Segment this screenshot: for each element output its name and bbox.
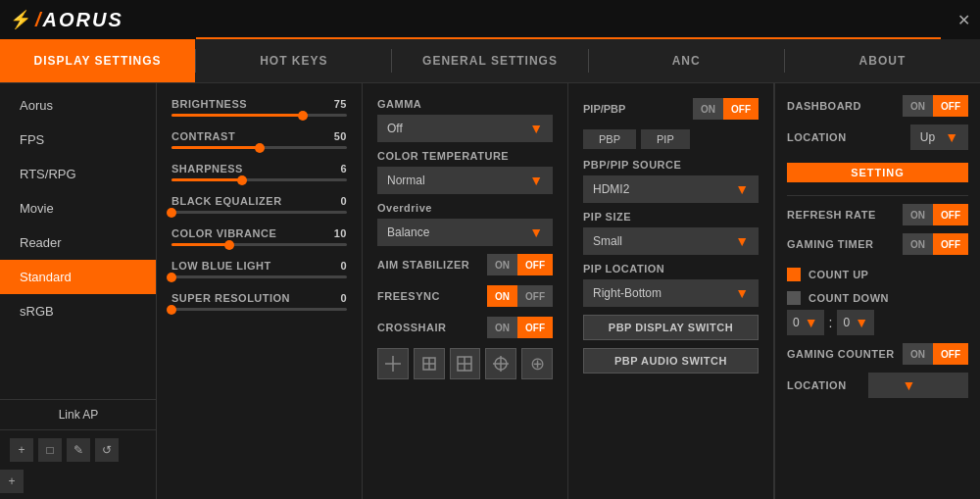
sidebar-item-standard[interactable]: Standard [0, 260, 156, 294]
refresh-rate-off[interactable]: OFF [933, 204, 968, 225]
pip-source-label: PBP/PIP SOURCE [583, 159, 759, 171]
low-blue-light-label: LOW BLUE LIGHT [172, 260, 271, 272]
gamma-panel: GAMMA Off ▼ COLOR TEMPERATURE Normal ▼ O… [363, 83, 568, 499]
color-vibrance-thumb[interactable] [224, 240, 234, 250]
gaming-counter-on[interactable]: ON [903, 343, 933, 365]
crosshair-group: CROSSHAIR ON OFF [377, 317, 553, 338]
color-vibrance-value: 10 [334, 227, 347, 239]
dashboard-on[interactable]: ON [903, 95, 933, 117]
sidebar-plus-button[interactable]: + [0, 470, 24, 493]
gamma-dropdown-arrow: ▼ [529, 121, 543, 136]
sidebar-item-aorus[interactable]: Aorus [0, 88, 156, 123]
color-vibrance-group: COLOR VIBRANCE 10 [172, 227, 347, 246]
sharpness-thumb[interactable] [237, 175, 247, 185]
refresh-rate-label: REFRESH RATE [787, 209, 903, 221]
timer-value1-dropdown[interactable]: 0 ▼ [787, 310, 824, 335]
tab-hot-keys[interactable]: HOT KEYS [196, 39, 391, 82]
super-resolution-track[interactable] [172, 308, 347, 311]
black-equalizer-thumb[interactable] [167, 208, 176, 218]
pbp-audio-switch-button[interactable]: PBP AUDIO SWITCH [583, 348, 759, 374]
sidebar-item-reader[interactable]: Reader [0, 225, 156, 260]
sharpness-track[interactable] [172, 178, 347, 181]
refresh-rate-on[interactable]: ON [903, 204, 933, 225]
pip-source-dropdown[interactable]: HDMI2 ▼ [583, 175, 759, 203]
sidebar-item-rts-rpg[interactable]: RTS/RPG [0, 157, 156, 191]
pip-button[interactable]: PIP [641, 129, 690, 149]
crosshair-off[interactable]: OFF [517, 317, 553, 338]
aim-stabilizer-off[interactable]: OFF [517, 254, 553, 275]
freesync-toggle: ON OFF [487, 285, 553, 307]
dashboard-label: DASHBOARD [787, 100, 903, 112]
sharpness-label: SHARPNESS [172, 163, 243, 175]
sidebar-item-movie[interactable]: Movie [0, 191, 156, 225]
crosshair-option-1[interactable] [377, 348, 409, 379]
count-down-row: COUNT DOWN [787, 286, 968, 310]
crosshair-on[interactable]: ON [487, 317, 517, 338]
pip-size-dropdown[interactable]: Small ▼ [583, 227, 759, 255]
count-up-icon [787, 268, 801, 281]
crosshair-option-3[interactable] [450, 348, 481, 379]
pbp-display-switch-button[interactable]: PBP DISPLAY SWITCH [583, 315, 759, 340]
contrast-label: CONTRAST [172, 130, 235, 142]
black-equalizer-track[interactable] [172, 211, 347, 214]
aim-stabilizer-toggle: ON OFF [487, 254, 553, 275]
tab-anc[interactable]: ANC [589, 39, 784, 82]
overdrive-dropdown[interactable]: Balance ▼ [377, 219, 553, 246]
sidebar-item-srgb[interactable]: sRGB [0, 294, 156, 328]
count-down-icon [787, 291, 801, 305]
sidebar-reset-icon[interactable]: ↺ [95, 438, 119, 462]
location-row: LOCATION Up ▼ [787, 125, 968, 150]
location-dropdown-arrow: ▼ [945, 129, 958, 145]
gc-location-arrow: ▼ [903, 377, 916, 393]
contrast-fill [172, 146, 260, 149]
black-equalizer-label: BLACK EQUALIZER [172, 195, 282, 207]
brightness-track[interactable] [172, 114, 347, 117]
super-resolution-value: 0 [340, 292, 347, 304]
low-blue-light-thumb[interactable] [167, 273, 176, 282]
black-equalizer-value: 0 [340, 195, 347, 207]
sidebar-add-icon[interactable]: + [10, 438, 33, 462]
location-label: LOCATION [787, 131, 910, 143]
color-vibrance-track[interactable] [172, 243, 347, 246]
crosshair-option-2[interactable] [414, 348, 445, 379]
gaming-counter-off[interactable]: OFF [933, 343, 968, 365]
color-temp-dropdown[interactable]: Normal ▼ [377, 167, 553, 194]
pip-location-arrow: ▼ [735, 285, 749, 301]
gaming-timer-off[interactable]: OFF [933, 233, 968, 255]
dashboard-off[interactable]: OFF [933, 95, 968, 117]
super-resolution-thumb[interactable] [167, 305, 176, 315]
freesync-on[interactable]: ON [487, 285, 517, 307]
contrast-thumb[interactable] [255, 143, 265, 153]
sharpness-value: 6 [340, 163, 347, 175]
brightness-thumb[interactable] [298, 111, 308, 121]
sidebar-item-fps[interactable]: FPS [0, 123, 156, 157]
timer-value2-dropdown[interactable]: 0 ▼ [837, 310, 874, 335]
close-button[interactable]: ✕ [957, 11, 970, 29]
pip-location-dropdown[interactable]: Right-Bottom ▼ [583, 279, 759, 307]
refresh-rate-toggle: ON OFF [903, 204, 968, 225]
tab-general-settings[interactable]: GENERAL SETTINGS [392, 39, 587, 82]
gaming-timer-on[interactable]: ON [903, 233, 933, 255]
setting-button[interactable]: SETTING [787, 163, 968, 182]
pbp-button[interactable]: PBP [583, 129, 636, 149]
tab-display-settings[interactable]: DISPLAY SETTINGS [0, 39, 195, 82]
freesync-off[interactable]: OFF [517, 285, 553, 307]
crosshair-option-custom[interactable]: ⊕ [521, 348, 553, 379]
sidebar-copy-icon[interactable]: □ [38, 438, 62, 462]
pip-pbp-on[interactable]: ON [693, 98, 723, 120]
low-blue-light-track[interactable] [172, 275, 347, 278]
refresh-rate-row: REFRESH RATE ON OFF [787, 204, 968, 225]
right-panel: DASHBOARD ON OFF LOCATION Up ▼ SETTING R… [774, 83, 980, 499]
sidebar-icon-row: + □ ✎ ↺ [0, 430, 157, 470]
timer1-dropdown-arrow: ▼ [805, 315, 818, 330]
pip-pbp-off[interactable]: OFF [723, 98, 759, 120]
tab-about[interactable]: ABOUT [785, 39, 980, 82]
gc-location-dropdown[interactable]: ▼ [868, 373, 969, 398]
title-bar: ⚡ /AORUS ✕ [0, 0, 980, 39]
gamma-dropdown[interactable]: Off ▼ [377, 115, 553, 142]
sidebar-edit-icon[interactable]: ✎ [67, 438, 90, 462]
crosshair-option-4[interactable] [485, 348, 516, 379]
aim-stabilizer-on[interactable]: ON [487, 254, 517, 275]
contrast-track[interactable] [172, 146, 347, 149]
location-dropdown[interactable]: Up ▼ [910, 125, 968, 150]
